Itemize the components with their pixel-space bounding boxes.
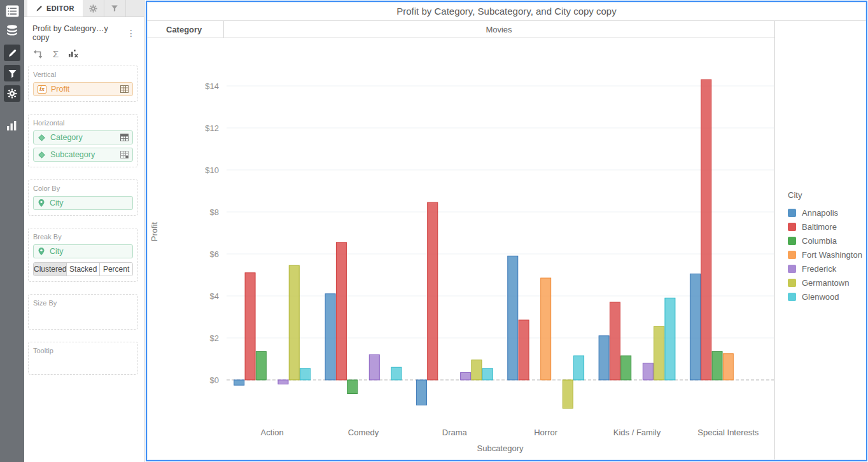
bar-glenwood-drama[interactable] [482,368,493,380]
section-horizontal: Horizontal Category Subcategory [28,114,138,167]
editor-toolbar: Σ [24,42,144,64]
legend-swatch [788,279,796,287]
tab-filters[interactable] [104,0,126,17]
category-header-label: Category [166,25,202,34]
bar-annapolis-special-interests[interactable] [690,274,700,380]
chart-legend: City AnnapolisBaltimoreColumbiaFort Wash… [774,21,866,459]
bar-fort-washington-horror[interactable] [541,278,551,380]
mode-stacked-button[interactable]: Stacked [67,263,100,276]
section-label: Vertical [33,71,133,78]
swap-axes-icon[interactable] [32,49,43,59]
tab-editor-label: EDITOR [46,4,74,12]
field-color-by-city[interactable]: City [33,196,133,210]
bar-baltimore-comedy[interactable] [336,242,346,380]
field-label: City [50,247,64,256]
map-pin-icon [38,199,45,207]
bar-columbia-kids-family[interactable] [621,356,631,380]
aggregation-sigma-icon[interactable]: Σ [53,48,59,59]
widget-list-icon[interactable] [6,5,19,17]
y-tick-label: $2 [210,333,219,343]
legend-item-glenwood[interactable]: Glenwood [788,290,866,304]
bar-glenwood-horror[interactable] [574,356,584,380]
y-tick-label: $8 [210,207,219,217]
bar-baltimore-special-interests[interactable] [701,80,711,380]
editor-tabbar: EDITOR [24,0,144,17]
bar-columbia-action[interactable] [256,351,266,380]
section-label: Break By [33,233,133,241]
bar-frederick-comedy[interactable] [369,354,379,380]
legend-label: Frederick [802,264,836,274]
x-axis-title: Subcategory [477,444,524,453]
bar-frederick-kids-family[interactable] [643,363,653,380]
legend-item-baltimore[interactable]: Baltimore [788,220,866,234]
section-label: Horizontal [33,119,133,127]
tab-settings[interactable] [83,0,104,17]
bar-annapolis-action[interactable] [234,380,244,385]
section-break-by: Break By City Clustered Stacked Percent [28,228,138,282]
bar-glenwood-action[interactable] [300,368,311,380]
legend-item-fort-washington[interactable]: Fort Washington [788,248,866,262]
bar-annapolis-kids-family[interactable] [599,336,609,380]
x-tick-label: Special Interests [697,428,759,437]
bar-glenwood-kids-family[interactable] [665,298,675,380]
legend-title: City [788,190,866,200]
legend-item-germantown[interactable]: Germantown [788,276,866,290]
mode-clustered-button[interactable]: Clustered [34,263,67,276]
legend-item-frederick[interactable]: Frederick [788,262,866,276]
chart-bars-icon[interactable] [6,120,18,130]
bar-columbia-comedy[interactable] [347,380,358,393]
bar-glenwood-comedy[interactable] [391,367,402,380]
bar-frederick-drama[interactable] [461,372,471,380]
section-label: Color By [33,185,133,192]
bar-annapolis-drama[interactable] [416,380,426,405]
legend-item-annapolis[interactable]: Annapolis [788,206,866,220]
y-tick-label: $6 [210,249,219,259]
section-tooltip[interactable]: Tooltip [28,342,138,375]
bar-germantown-action[interactable] [289,265,299,380]
x-tick-label: Comedy [348,428,379,437]
widget-menu-kebab-icon[interactable]: ⋮ [125,30,137,36]
legend-label: Germantown [802,278,849,288]
legend-item-columbia[interactable]: Columbia [788,234,866,248]
bar-germantown-drama[interactable] [472,360,482,380]
y-tick-label: $4 [210,291,219,301]
field-subcategory[interactable]: Subcategory [33,148,133,162]
filter-icon[interactable] [4,65,20,81]
app-sidebar [0,0,24,462]
bar-fort-washington-special-interests[interactable] [723,354,733,380]
legend-swatch [788,251,796,259]
section-size-by[interactable]: Size By [28,294,138,330]
break-by-mode-control: Clustered Stacked Percent [33,262,133,276]
field-break-by-city[interactable]: City [33,244,133,258]
bar-frederick-action[interactable] [278,380,288,384]
bar-baltimore-horror[interactable] [519,320,529,380]
bar-annapolis-comedy[interactable] [325,294,335,380]
legend-swatch [788,265,796,273]
bar-baltimore-drama[interactable] [428,202,438,380]
legend-label: Glenwood [802,292,839,302]
table-grid-icon[interactable] [120,85,129,93]
field-profit[interactable]: fx Profit [33,82,133,96]
y-tick-label: $0 [210,375,219,385]
table-grid-icon[interactable] [120,151,129,158]
mode-percent-button[interactable]: Percent [100,263,132,276]
settings-gear-icon[interactable] [4,85,20,102]
bar-germantown-horror[interactable] [563,380,573,409]
tab-editor[interactable]: EDITOR [27,0,83,17]
chart-type-icon[interactable] [68,49,79,59]
bar-baltimore-kids-family[interactable] [610,302,620,380]
editor-panel: EDITOR Profit by Category…y copy ⋮ Σ Ver… [24,0,144,462]
field-category[interactable]: Category [33,130,133,144]
y-tick-label: $12 [205,123,219,133]
bar-germantown-kids-family[interactable] [654,326,664,380]
edit-pencil-icon[interactable] [4,45,20,61]
map-pin-icon [38,247,45,256]
legend-swatch [788,223,796,231]
category-header-row: Category Movies [147,21,774,38]
datasource-icon[interactable] [6,25,18,36]
legend-label: Columbia [802,236,837,246]
table-grid-icon[interactable] [120,134,129,141]
bar-columbia-special-interests[interactable] [712,351,722,380]
bar-annapolis-horror[interactable] [508,256,518,380]
bar-baltimore-action[interactable] [245,273,255,380]
